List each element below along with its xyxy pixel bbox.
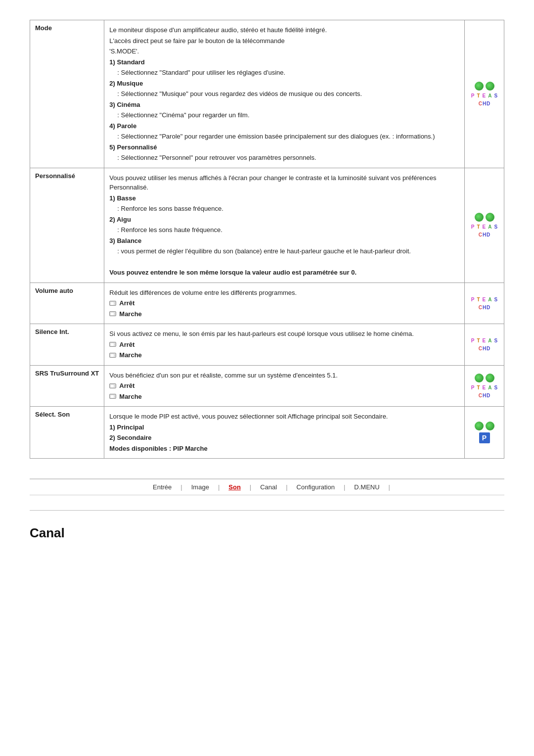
row-content-silence-int: Si vous activez ce menu, le son émis par… — [104, 324, 465, 366]
circle-green-4 — [486, 213, 494, 222]
row-label-srs: SRS TruSurround XT — [30, 365, 104, 407]
table-row: Sélect. Son Lorsque le mode PIP est acti… — [30, 407, 504, 459]
section-divider — [30, 510, 504, 511]
radio-icon-marche-silence — [109, 353, 116, 358]
p-letter: P — [470, 93, 476, 99]
radio-arret-volume: Arrêt — [109, 298, 459, 308]
circles-select-son — [475, 422, 494, 430]
circle-green-2 — [486, 82, 494, 91]
table-row: SRS TruSurround XT Vous bénéficiez d'un … — [30, 365, 504, 407]
nav-item-son[interactable]: Son — [220, 483, 250, 491]
c-letter: C — [479, 101, 482, 106]
chd-personnalise: C H D — [479, 232, 490, 237]
icon-cell-volume-auto: P T E A S C H D — [465, 283, 504, 324]
radio-marche-silence: Marche — [109, 350, 459, 360]
radio-marche-srs: Marche — [109, 392, 459, 402]
pteas-personnalise: P T E A S — [470, 224, 498, 230]
icon-cell-personnalise: P T E A S C H D — [465, 168, 504, 283]
circle-green-7 — [475, 422, 484, 430]
table-row: Volume auto Réduit les différences de vo… — [30, 283, 504, 324]
row-content-srs: Vous bénéficiez d'un son pur et réaliste… — [104, 365, 465, 407]
nav-item-dmenu[interactable]: D.MENU — [345, 483, 388, 491]
radio-icon-arret-volume — [109, 301, 116, 306]
row-label-personnalise: Personnalisé — [30, 168, 104, 283]
icon-cell-srs: P T E A S C H D — [465, 365, 504, 407]
feature-table: Mode Le moniteur dispose d'un amplificat… — [30, 20, 504, 459]
row-content-mode: Le moniteur dispose d'un amplificateur a… — [104, 20, 465, 168]
p-icon: P — [479, 432, 490, 443]
pteas-srs: P T E A S — [470, 384, 498, 391]
table-row: Silence Int. Si vous activez ce menu, le… — [30, 324, 504, 366]
radio-marche-volume: Marche — [109, 309, 459, 319]
radio-icon-arret-silence — [109, 342, 116, 347]
h-letter: H — [483, 101, 486, 106]
row-label-volume-auto: Volume auto — [30, 283, 104, 324]
row-content-select-son: Lorsque le mode PIP est activé, vous pou… — [104, 407, 465, 459]
table-row: Mode Le moniteur dispose d'un amplificat… — [30, 20, 504, 168]
chd-silence-int: C H D — [479, 346, 490, 351]
t-letter: T — [476, 93, 481, 99]
row-content-personnalise: Vous pouvez utiliser les menus affichés … — [104, 168, 465, 283]
nav-item-image[interactable]: Image — [182, 483, 218, 491]
icon-area-select-son: P — [470, 422, 499, 443]
radio-icon-marche-volume — [109, 311, 116, 316]
circle-green-3 — [475, 213, 484, 222]
icon-area-srs: P T E A S C H D — [470, 374, 499, 398]
chd-volume-auto: C H D — [479, 305, 490, 310]
icon-area-silence-int: P T E A S C H D — [470, 337, 499, 351]
circle-green-1 — [475, 82, 484, 91]
row-label-silence-int: Silence Int. — [30, 324, 104, 366]
icon-area-personnalise: P T E A S C H D — [470, 213, 499, 237]
nav-item-configuration[interactable]: Configuration — [288, 483, 344, 491]
circles-srs — [475, 374, 494, 382]
circles-personnalise — [475, 213, 494, 222]
pteas-volume-auto: P T E A S — [470, 296, 498, 303]
circle-green-5 — [475, 374, 484, 382]
table-row: Personnalisé Vous pouvez utiliser les me… — [30, 168, 504, 283]
nav-item-canal[interactable]: Canal — [251, 483, 286, 491]
s-letter: S — [493, 93, 499, 99]
circle-green-6 — [486, 374, 494, 382]
row-label-select-son: Sélect. Son — [30, 407, 104, 459]
icon-cell-select-son: P — [465, 407, 504, 459]
row-content-volume-auto: Réduit les différences de volume entre l… — [104, 283, 465, 324]
icon-cell-silence-int: P T E A S C H D — [465, 324, 504, 366]
chd-mode: C H D — [479, 101, 490, 106]
pteas-mode: P T E A S — [470, 93, 498, 99]
pteas-silence-int: P T E A S — [470, 337, 498, 344]
icon-cell-mode: P T E A S C H D — [465, 20, 504, 168]
chd-srs: C H D — [479, 393, 490, 398]
icon-area-volume-auto: P T E A S C H D — [470, 296, 499, 310]
radio-arret-srs: Arrêt — [109, 381, 459, 391]
icon-area-mode: P T E A S C H D — [470, 82, 499, 106]
row-label-mode: Mode — [30, 20, 104, 168]
e-letter: E — [482, 93, 487, 99]
radio-arret-silence: Arrêt — [109, 340, 459, 350]
radio-icon-arret-srs — [109, 383, 116, 388]
circles-mode — [475, 82, 494, 91]
circle-green-8 — [486, 422, 494, 430]
section-title: Canal — [30, 525, 504, 541]
radio-icon-marche-srs — [109, 394, 116, 399]
nav-bar: Entrée | Image | Son | Canal | Configura… — [30, 478, 504, 495]
nav-item-entree[interactable]: Entrée — [144, 483, 180, 491]
d-letter: D — [487, 101, 490, 106]
a-letter: A — [487, 93, 492, 99]
